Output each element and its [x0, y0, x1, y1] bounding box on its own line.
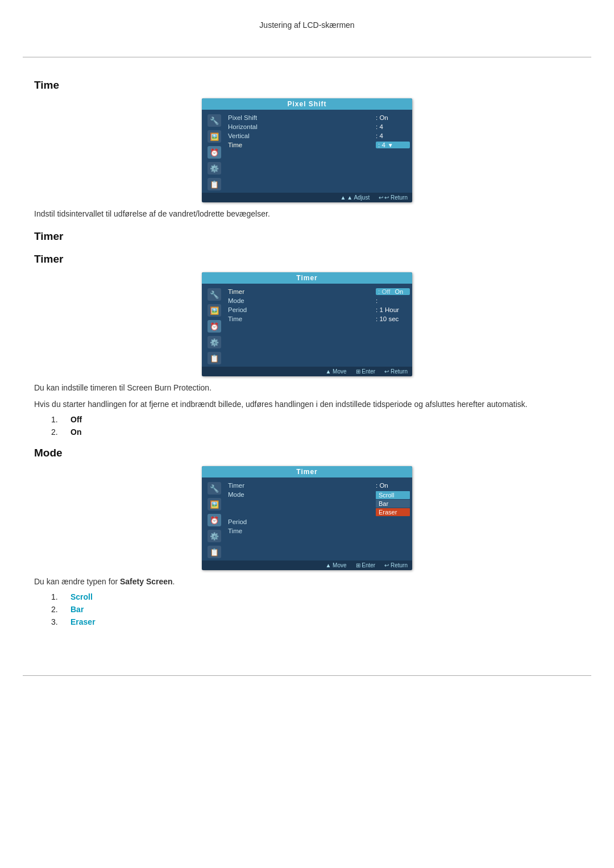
timer-list: 1. Off 2. On	[51, 415, 580, 437]
monitor-3-title: Timer	[202, 466, 412, 477]
on-label: On	[70, 427, 81, 437]
bar-label: Bar	[70, 605, 84, 614]
mode-desc: Du kan ændre typen for Safety Screen.	[34, 576, 580, 588]
menu-row-horizontal: Horizontal : 4	[228, 122, 410, 131]
sidebar-icon-3-1: 🔧	[208, 482, 221, 495]
monitor-2-title: Timer	[202, 272, 412, 284]
monitor-3-sidebar: 🔧 🖼️ ⏰ ⚙️ 📋	[205, 481, 223, 558]
list-item-bar: 2. Bar	[51, 605, 580, 614]
menu-row-timer-period: Period : 1 Hour	[228, 305, 410, 314]
time-heading: Time	[34, 79, 580, 92]
list-item-on: 2. On	[51, 427, 580, 437]
sidebar-icon-2-5: 📋	[208, 352, 221, 364]
sidebar-icon-4: ⚙️	[208, 162, 221, 175]
mode-screen-wrap: Timer 🔧 🖼️ ⏰ ⚙️ 📋 Timer : On	[34, 466, 580, 570]
sidebar-icon-2-2: 🖼️	[208, 304, 221, 317]
time-desc: Indstil tidsintervallet til udførelse af…	[34, 208, 580, 220]
menu-row-timer-mode: Mode :	[228, 296, 410, 305]
eraser-label: Eraser	[70, 617, 96, 626]
timer-desc2: Hvis du starter handlingen for at fjerne…	[34, 398, 580, 410]
menu-row-mode-time: Time	[228, 526, 410, 535]
list-item-off: 1. Off	[51, 415, 580, 424]
monitor-3-footer: ▲ Move ⊞ Enter ↩ Return	[202, 560, 412, 570]
scroll-label: Scroll	[70, 592, 93, 601]
sidebar-icon-3-4: ⚙️	[208, 530, 221, 542]
monitor-2-sidebar: 🔧 🖼️ ⏰ ⚙️ 📋	[205, 287, 223, 364]
mode-section: Mode Timer 🔧 🖼️ ⏰ ⚙️ 📋 Timer	[34, 447, 580, 626]
monitor-1-title: Pixel Shift	[202, 98, 412, 110]
sidebar-icon-2-3: ⏰	[208, 320, 221, 333]
menu-row-vertical: Vertical : 4	[228, 131, 410, 140]
menu-row-mode-period: Period	[228, 517, 410, 526]
monitor-1-sidebar: 🔧 🖼️ ⏰ ⚙️ 📋	[205, 113, 223, 190]
monitor-1-footer: ▲ ▲ Adjust ↩ ↩ Return	[202, 193, 412, 202]
menu-row-timer-timer: Timer : Off On	[228, 287, 410, 296]
mode-list: 1. Scroll 2. Bar 3. Eraser	[51, 592, 580, 626]
sidebar-icon-2: 🖼️	[208, 130, 221, 143]
list-item-eraser: 3. Eraser	[51, 617, 580, 626]
sidebar-icon-3-3: ⏰	[208, 514, 221, 526]
menu-row-timer-time: Time : 10 sec	[228, 314, 410, 323]
timer-desc1: Du kan indstille timeren til Screen Burn…	[34, 382, 580, 394]
pixel-shift-screen: Pixel Shift 🔧 🖼️ ⏰ ⚙️ 📋 Pixel Shift : On	[34, 98, 580, 202]
timer-parent-heading: Timer	[34, 230, 580, 243]
monitor-1: Pixel Shift 🔧 🖼️ ⏰ ⚙️ 📋 Pixel Shift : On	[202, 98, 412, 202]
time-section: Time Pixel Shift 🔧 🖼️ ⏰ ⚙️ 📋 Pixel Shift	[34, 79, 580, 220]
page-header: Justering af LCD-skærmen	[0, 20, 614, 34]
monitor-3: Timer 🔧 🖼️ ⏰ ⚙️ 📋 Timer : On	[202, 466, 412, 570]
list-item-scroll: 1. Scroll	[51, 592, 580, 601]
menu-row-pixelshift: Pixel Shift : On	[228, 113, 410, 122]
monitor-2: Timer 🔧 🖼️ ⏰ ⚙️ 📋 Timer : Off	[202, 272, 412, 376]
sidebar-icon-5: 📋	[208, 178, 221, 190]
monitor-2-menu: Timer : Off On Mode : Period :	[223, 287, 410, 364]
sidebar-icon-3-5: 📋	[208, 546, 221, 558]
sidebar-icon-3: ⏰	[208, 146, 221, 159]
menu-row-time: Time : 4 ▼	[228, 140, 410, 149]
monitor-2-footer: ▲ Move ⊞ Enter ↩ Return	[202, 367, 412, 376]
monitor-3-menu: Timer : On Mode Scroll Bar Eraser	[223, 481, 410, 558]
mode-heading: Mode	[34, 447, 580, 459]
sidebar-icon-2-4: ⚙️	[208, 336, 221, 348]
menu-row-mode-mode: Mode Scroll Bar Eraser	[228, 490, 410, 517]
timer-heading: Timer	[34, 253, 580, 265]
menu-row-mode-timer: Timer : On	[228, 481, 410, 490]
off-label: Off	[70, 415, 82, 424]
sidebar-icon-1: 🔧	[208, 114, 221, 127]
sidebar-icon-3-2: 🖼️	[208, 498, 221, 510]
safety-screen-bold: Safety Screen	[120, 577, 173, 586]
timer-section: Timer Timer 🔧 🖼️ ⏰ ⚙️ 📋 Timer	[34, 253, 580, 437]
monitor-1-menu: Pixel Shift : On Horizontal : 4 Vertical…	[223, 113, 410, 190]
timer-screen-wrap: Timer 🔧 🖼️ ⏰ ⚙️ 📋 Timer : Off	[34, 272, 580, 376]
sidebar-icon-2-1: 🔧	[208, 288, 221, 301]
